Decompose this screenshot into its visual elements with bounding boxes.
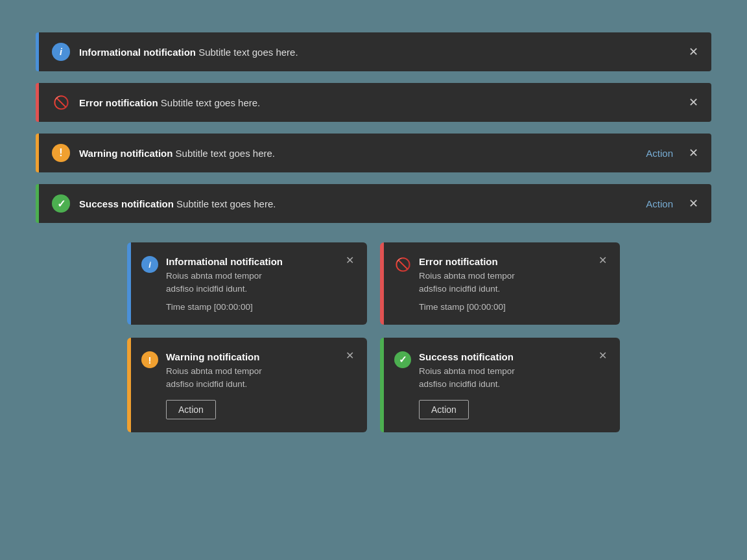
card-error-body-line2: adsfiso incidfid idunt.	[419, 284, 500, 294]
card-warning-title: Warning notification	[166, 351, 339, 364]
card-success-action-area: Action	[384, 400, 607, 419]
card-success: ✓ Success notification Roius abnta mod t…	[380, 338, 620, 432]
banner-warning-title: Warning notification	[79, 148, 172, 159]
banner-success-title: Success notification	[79, 198, 174, 209]
card-info-title-area: Informational notification Roius abnta m…	[166, 255, 339, 296]
banner-error-subtitle: Subtitle text goes here.	[158, 97, 261, 108]
card-error-timestamp: Time stamp [00:00:00]	[384, 302, 607, 312]
card-warning-body: Roius abnta mod tempor adsfiso incidfid …	[166, 365, 339, 391]
card-success-body: Roius abnta mod tempor adsfiso incidfid …	[419, 365, 592, 391]
warning-icon: !	[52, 144, 70, 162]
banner-error: 🚫 Error notification Subtitle text goes …	[36, 83, 711, 122]
card-error: 🚫 Error notification Roius abnta mod tem…	[380, 242, 620, 325]
card-success-title-area: Success notification Roius abnta mod tem…	[419, 351, 592, 391]
banner-success: ✓ Success notification Subtitle text goe…	[36, 184, 711, 223]
success-icon: ✓	[52, 194, 70, 213]
card-error-close-button[interactable]: ✕	[599, 255, 607, 266]
card-info-body-line2: adsfiso incidfid idunt.	[166, 284, 247, 294]
card-warning-header: ! Warning notification Roius abnta mod t…	[131, 351, 354, 391]
banner-warning: ! Warning notification Subtitle text goe…	[36, 134, 711, 172]
card-error-icon: 🚫	[394, 256, 411, 273]
card-success-close-button[interactable]: ✕	[599, 351, 607, 361]
card-info-body-line1: Roius abnta mod tempor	[166, 271, 262, 281]
card-warning-body-line1: Roius abnta mod tempor	[166, 366, 262, 376]
banner-info-close-button[interactable]: ✕	[689, 46, 698, 58]
card-error-title-area: Error notification Roius abnta mod tempo…	[419, 255, 592, 296]
card-info-icon: i	[141, 256, 158, 273]
card-success-header: ✓ Success notification Roius abnta mod t…	[384, 351, 607, 391]
banner-success-action-button[interactable]: Action	[646, 198, 673, 209]
card-info-title: Informational notification	[166, 255, 339, 268]
card-success-body-line2: adsfiso incidfid idunt.	[419, 379, 500, 389]
banner-info-text: Informational notification Subtitle text…	[79, 47, 689, 58]
card-info-timestamp: Time stamp [00:00:00]	[131, 302, 354, 312]
card-success-action-button[interactable]: Action	[419, 400, 469, 419]
card-success-title: Success notification	[419, 351, 592, 364]
banner-success-close-button[interactable]: ✕	[689, 198, 698, 209]
info-icon: i	[52, 43, 70, 61]
card-warning-icon: !	[141, 351, 158, 368]
card-warning-close-button[interactable]: ✕	[346, 351, 354, 361]
cards-area: i Informational notification Roius abnta…	[36, 242, 711, 432]
error-icon: 🚫	[52, 93, 70, 111]
banner-info-title: Informational notification	[79, 47, 196, 58]
card-success-icon: ✓	[394, 351, 411, 368]
card-info-close-button[interactable]: ✕	[346, 255, 354, 266]
card-warning-action-button[interactable]: Action	[166, 400, 216, 419]
banner-error-title: Error notification	[79, 97, 158, 108]
card-warning-action-area: Action	[131, 400, 354, 419]
banner-error-text: Error notification Subtitle text goes he…	[79, 97, 689, 108]
banner-warning-text: Warning notification Subtitle text goes …	[79, 148, 646, 159]
card-warning-body-line2: adsfiso incidfid idunt.	[166, 379, 247, 389]
card-error-body: Roius abnta mod tempor adsfiso incidfid …	[419, 270, 592, 296]
card-error-title: Error notification	[419, 255, 592, 268]
banner-success-text: Success notification Subtitle text goes …	[79, 198, 646, 209]
banner-warning-subtitle: Subtitle text goes here.	[172, 148, 275, 159]
card-info-header: i Informational notification Roius abnta…	[131, 255, 354, 296]
banner-warning-action-button[interactable]: Action	[646, 148, 673, 159]
banner-info: i Informational notification Subtitle te…	[36, 32, 711, 71]
card-success-body-line1: Roius abnta mod tempor	[419, 366, 515, 376]
card-info-body: Roius abnta mod tempor adsfiso incidfid …	[166, 270, 339, 296]
banner-warning-close-button[interactable]: ✕	[689, 147, 698, 159]
card-info: i Informational notification Roius abnta…	[127, 242, 367, 325]
card-error-header: 🚫 Error notification Roius abnta mod tem…	[384, 255, 607, 296]
banner-info-subtitle: Subtitle text goes here.	[196, 47, 298, 58]
banner-error-close-button[interactable]: ✕	[689, 97, 698, 108]
banner-success-subtitle: Subtitle text goes here.	[174, 198, 276, 209]
card-error-body-line1: Roius abnta mod tempor	[419, 271, 515, 281]
card-warning-title-area: Warning notification Roius abnta mod tem…	[166, 351, 339, 391]
card-warning: ! Warning notification Roius abnta mod t…	[127, 338, 367, 432]
